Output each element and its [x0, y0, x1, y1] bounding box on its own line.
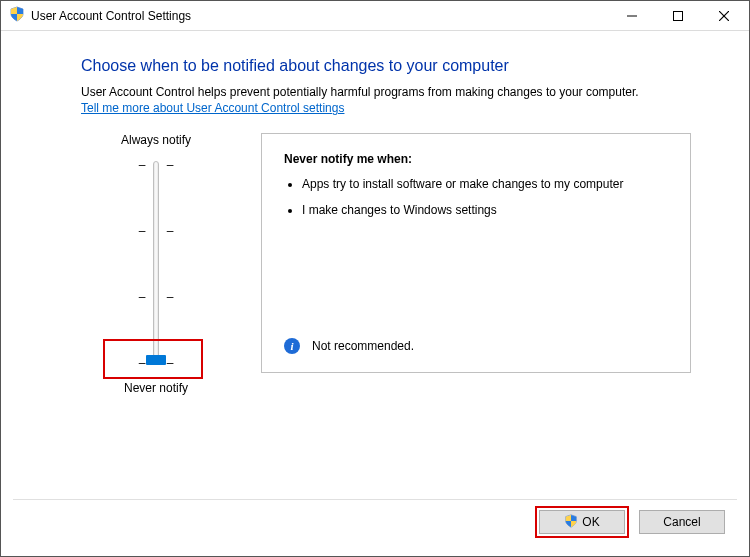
shield-icon	[9, 6, 25, 25]
ok-button[interactable]: OK	[539, 510, 625, 534]
slider-thumb[interactable]	[146, 355, 166, 365]
client-area: Choose when to be notified about changes…	[1, 31, 749, 556]
info-bullet-settings: I make changes to Windows settings	[302, 202, 668, 218]
page-heading: Choose when to be notified about changes…	[81, 57, 719, 75]
ok-button-label: OK	[582, 515, 599, 529]
learn-more-link[interactable]: Tell me more about User Account Control …	[81, 101, 344, 115]
ok-button-highlight: OK	[535, 506, 629, 538]
minimize-button[interactable]	[609, 1, 655, 31]
info-footer: i Not recommended.	[284, 338, 414, 354]
window-title: User Account Control Settings	[31, 9, 609, 23]
svg-rect-1	[674, 11, 683, 20]
info-panel: Never notify me when: Apps try to instal…	[261, 133, 691, 373]
notification-slider[interactable]: –– –– –– ––	[81, 153, 231, 373]
slider-column: Always notify –– –– –– –– Never notify	[81, 133, 231, 401]
button-bar: OK Cancel	[535, 506, 725, 538]
info-footer-text: Not recommended.	[312, 339, 414, 353]
slider-bottom-label: Never notify	[81, 381, 231, 395]
uac-window: User Account Control Settings Choose whe…	[0, 0, 750, 557]
info-bullet-apps: Apps try to install software or make cha…	[302, 176, 668, 192]
info-icon: i	[284, 338, 300, 354]
cancel-button-label: Cancel	[663, 515, 700, 529]
shield-icon	[564, 514, 578, 531]
titlebar: User Account Control Settings	[1, 1, 749, 31]
close-button[interactable]	[701, 1, 747, 31]
info-title: Never notify me when:	[284, 152, 668, 166]
cancel-button[interactable]: Cancel	[639, 510, 725, 534]
maximize-button[interactable]	[655, 1, 701, 31]
slider-track	[153, 161, 159, 361]
main-row: Always notify –– –– –– –– Never notify N…	[81, 133, 719, 401]
page-description: User Account Control helps prevent poten…	[81, 85, 719, 99]
divider	[13, 499, 737, 500]
slider-top-label: Always notify	[81, 133, 231, 147]
